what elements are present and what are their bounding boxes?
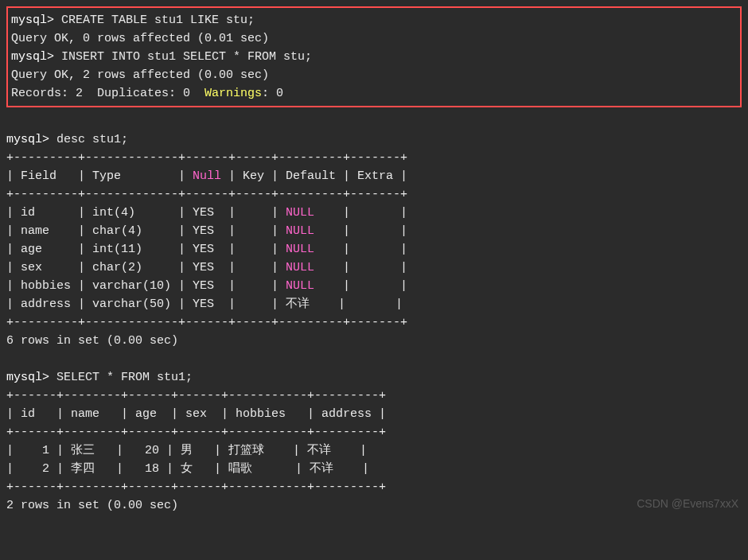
null-keyword: NULL — [286, 279, 314, 293]
table-border: +------+--------+------+------+---------… — [6, 387, 742, 405]
terminal-blank — [6, 112, 742, 130]
terminal-line: mysql> SELECT * FROM stu1; — [6, 368, 742, 387]
null-keyword: NULL — [286, 224, 314, 238]
terminal-line: mysql> CREATE TABLE stu1 LIKE stu; — [11, 11, 737, 29]
cmd: CREATE TABLE stu1 LIKE stu; — [54, 14, 255, 27]
table-row: | sex | char(2) | YES | | NULL | | — [6, 259, 742, 277]
result-text: : 0 — [262, 87, 283, 100]
table-header: | Field | Type | Null | Key | Default | … — [6, 167, 742, 185]
terminal-blank — [6, 350, 742, 368]
null-keyword: NULL — [286, 261, 314, 274]
result-summary: 6 rows in set (0.00 sec) — [6, 332, 742, 350]
table-row: | 2 | 李四 | 18 | 女 | 唱歌 | 不详 | — [6, 460, 742, 478]
terminal-line: Query OK, 2 rows affected (0.00 sec) — [11, 66, 737, 84]
warnings-keyword: Warnings — [205, 87, 262, 100]
prompt: mysql> — [11, 14, 54, 27]
prompt: mysql> — [6, 133, 49, 146]
highlighted-box: mysql> CREATE TABLE stu1 LIKE stu; Query… — [6, 6, 742, 107]
prompt: mysql> — [11, 50, 54, 64]
null-keyword: NULL — [286, 206, 314, 220]
table-row: | 1 | 张三 | 20 | 男 | 打篮球 | 不详 | — [6, 441, 742, 460]
result-summary: 2 rows in set (0.00 sec) — [6, 496, 742, 515]
terminal-line: Query OK, 0 rows affected (0.01 sec) — [11, 29, 737, 48]
table-row: | age | int(11) | YES | | NULL | | — [6, 240, 742, 259]
table-row: | hobbies | varchar(10) | YES | | NULL |… — [6, 277, 742, 295]
table-row: | name | char(4) | YES | | NULL | | — [6, 222, 742, 240]
cmd: desc stu1; — [49, 133, 128, 146]
result-text: Records: 2 Duplicates: 0 — [11, 87, 205, 100]
prompt: mysql> — [6, 371, 49, 384]
table-border: +------+--------+------+------+---------… — [6, 478, 742, 496]
table-border: +---------+-------------+------+-----+--… — [6, 185, 742, 204]
terminal-line: mysql> INSERT INTO stu1 SELECT * FROM st… — [11, 48, 737, 66]
table-row: | address | varchar(50) | YES | | 不详 | | — [6, 295, 742, 313]
terminal-line: mysql> desc stu1; — [6, 130, 742, 149]
table-row: | id | int(4) | YES | | NULL | | — [6, 204, 742, 222]
null-keyword: NULL — [286, 243, 314, 256]
table-header: | id | name | age | sex | hobbies | addr… — [6, 405, 742, 423]
watermark: CSDN @Evens7xxX — [637, 495, 738, 513]
table-border: +------+--------+------+------+---------… — [6, 423, 742, 441]
cmd: SELECT * FROM stu1; — [49, 371, 193, 384]
cmd: INSERT INTO stu1 SELECT * FROM stu; — [54, 50, 312, 64]
null-keyword: Null — [193, 169, 221, 183]
table-border: +---------+-------------+------+-----+--… — [6, 313, 742, 332]
table-border: +---------+-------------+------+-----+--… — [6, 149, 742, 167]
terminal-line: Records: 2 Duplicates: 0 Warnings: 0 — [11, 84, 737, 103]
